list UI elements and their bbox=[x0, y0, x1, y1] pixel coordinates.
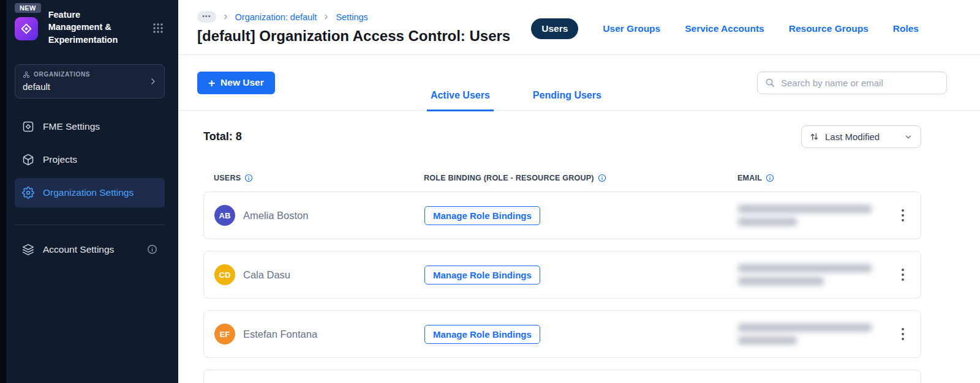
table-header-row: USERS ROLE BINDING (ROLE - RESOURCE GROU… bbox=[203, 174, 921, 182]
info-icon[interactable] bbox=[766, 174, 774, 182]
sidebar-item-label: Projects bbox=[43, 154, 77, 165]
apps-grid-icon[interactable] bbox=[153, 23, 164, 46]
sidebar-item-label: Organization Settings bbox=[43, 187, 134, 198]
row-menu-kebab-icon[interactable] bbox=[895, 323, 910, 345]
sidebar-item-label: Account Settings bbox=[43, 244, 114, 255]
main-content: ••• Organization: default Settings [defa… bbox=[178, 0, 980, 383]
user-name: Estefan Fontana bbox=[243, 329, 317, 340]
column-users: USERS bbox=[214, 174, 424, 182]
sidebar-item-label: FME Settings bbox=[43, 121, 100, 132]
tab-user-groups[interactable]: User Groups bbox=[603, 23, 660, 34]
breadcrumb-settings-link[interactable]: Settings bbox=[336, 12, 368, 22]
table-row: CD Cala Dasu Manage Role Bindings bbox=[203, 251, 921, 299]
avatar: CD bbox=[214, 264, 235, 285]
org-selector-value: default bbox=[23, 81, 157, 92]
organization-icon bbox=[23, 71, 30, 78]
chevron-right-icon bbox=[322, 13, 330, 21]
new-badge: NEW bbox=[15, 3, 41, 13]
app-logo-icon bbox=[15, 17, 38, 40]
fme-settings-icon bbox=[22, 121, 34, 133]
column-role-binding-label: ROLE BINDING (ROLE - RESOURCE GROUP) bbox=[424, 174, 594, 182]
email-redacted bbox=[738, 205, 886, 226]
search-icon bbox=[765, 78, 775, 88]
user-state-tabs: Active Users Pending Users bbox=[275, 55, 757, 110]
user-list-section: Total: 8 Last Modified US bbox=[178, 111, 980, 383]
avatar: EF bbox=[214, 324, 235, 344]
chevron-right-icon bbox=[148, 76, 158, 86]
total-count: Total: 8 bbox=[203, 130, 242, 143]
app-title: Feature Management & Experimentation bbox=[48, 9, 130, 46]
sidebar-item-account-settings[interactable]: Account Settings bbox=[15, 235, 165, 264]
sidebar-item-projects[interactable]: Projects bbox=[15, 145, 165, 174]
sidebar-item-fme-settings[interactable]: FME Settings bbox=[15, 112, 165, 141]
table-row-partial bbox=[203, 370, 921, 383]
manage-role-bindings-button[interactable]: Manage Role Bindings bbox=[424, 266, 540, 284]
sort-dropdown[interactable]: Last Modified bbox=[801, 125, 921, 148]
tab-resource-groups[interactable]: Resource Groups bbox=[789, 23, 869, 34]
access-control-tabs: Users User Groups Service Accounts Resou… bbox=[531, 18, 919, 39]
user-name: Cala Dasu bbox=[243, 269, 290, 281]
info-icon[interactable] bbox=[598, 174, 606, 182]
email-redacted bbox=[738, 324, 886, 344]
manage-role-bindings-button[interactable]: Manage Role Bindings bbox=[424, 206, 540, 225]
search-input[interactable] bbox=[781, 78, 939, 88]
chevron-right-icon bbox=[222, 13, 230, 21]
sidebar-nav: FME Settings Projects bbox=[15, 112, 165, 207]
row-menu-kebab-icon[interactable] bbox=[895, 204, 910, 226]
breadcrumb-ellipsis-button[interactable]: ••• bbox=[197, 11, 216, 23]
sidebar-header: NEW Feature Management & Experimentation bbox=[15, 3, 165, 46]
column-role-binding: ROLE BINDING (ROLE - RESOURCE GROUP) bbox=[424, 174, 737, 182]
app-window: NEW Feature Management & Experimentation bbox=[0, 0, 980, 383]
page-header: ••• Organization: default Settings [defa… bbox=[178, 0, 980, 55]
gear-icon bbox=[22, 187, 34, 199]
avatar: AB bbox=[214, 205, 235, 226]
chevron-down-icon bbox=[904, 133, 913, 141]
table-row: AB Amelia Boston Manage Role Bindings bbox=[203, 192, 921, 239]
tab-users[interactable]: Users bbox=[531, 18, 578, 39]
email-redacted bbox=[738, 264, 886, 285]
user-name: Amelia Boston bbox=[243, 210, 308, 221]
column-email: EMAIL bbox=[737, 174, 886, 182]
layers-icon bbox=[22, 244, 34, 256]
user-rows: AB Amelia Boston Manage Role Bindings CD… bbox=[203, 192, 921, 383]
sidebar: NEW Feature Management & Experimentation bbox=[0, 0, 178, 383]
info-icon[interactable] bbox=[147, 244, 157, 255]
plus-icon: + bbox=[208, 77, 215, 89]
table-row: EF Estefan Fontana Manage Role Bindings bbox=[203, 310, 921, 358]
sidebar-item-organization-settings[interactable]: Organization Settings bbox=[15, 178, 165, 207]
info-icon[interactable] bbox=[244, 174, 253, 182]
column-email-label: EMAIL bbox=[737, 174, 762, 182]
toolbar: + New User Active Users Pending Users bbox=[178, 55, 980, 111]
new-user-button-label: New User bbox=[221, 77, 264, 88]
org-selector[interactable]: ORGANIZATIONS default bbox=[15, 64, 165, 99]
sort-icon bbox=[810, 132, 819, 141]
org-selector-label: ORGANIZATIONS bbox=[34, 71, 90, 78]
projects-icon bbox=[22, 154, 34, 166]
tab-roles[interactable]: Roles bbox=[893, 23, 919, 34]
tab-active-users[interactable]: Active Users bbox=[427, 90, 494, 111]
row-menu-kebab-icon[interactable] bbox=[895, 264, 910, 286]
sidebar-divider bbox=[15, 225, 165, 225]
tab-service-accounts[interactable]: Service Accounts bbox=[685, 23, 764, 34]
breadcrumb-org-link[interactable]: Organization: default bbox=[235, 12, 317, 22]
new-user-button[interactable]: + New User bbox=[197, 72, 275, 94]
tab-pending-users[interactable]: Pending Users bbox=[529, 90, 605, 111]
manage-role-bindings-button[interactable]: Manage Role Bindings bbox=[424, 325, 540, 344]
column-users-label: USERS bbox=[214, 174, 241, 182]
sort-label: Last Modified bbox=[825, 132, 898, 142]
search-box[interactable] bbox=[757, 72, 947, 94]
